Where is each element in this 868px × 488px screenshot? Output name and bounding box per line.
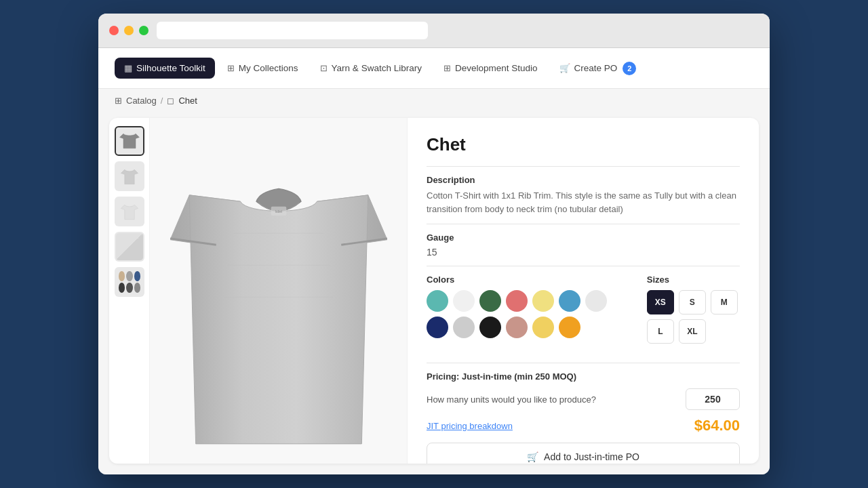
- breadcrumb-catalog[interactable]: Catalog: [126, 96, 157, 106]
- add-to-po-button[interactable]: 🛒 Add to Just-in-time PO: [427, 443, 740, 464]
- pricing-label: Pricing: Just-in-time (min 250 MOQ): [427, 371, 740, 382]
- nav-label-yarn: Yarn & Swatch Library: [332, 63, 422, 73]
- nav-item-silhouette[interactable]: ▦ Silhouette Toolkit: [115, 58, 215, 79]
- collections-icon: ⊞: [227, 63, 235, 73]
- description-text: Cotton T-Shirt with 1x1 Rib Trim. This s…: [427, 189, 740, 216]
- product-image-area: label: [150, 118, 408, 464]
- nav-label-silhouette: Silhouette Toolkit: [136, 63, 205, 73]
- browser-chrome: [98, 14, 770, 48]
- color-swatch-8[interactable]: [427, 317, 448, 338]
- jit-pricing-link[interactable]: JIT pricing breakdown: [427, 421, 513, 431]
- price-value: $64.00: [694, 417, 740, 434]
- add-to-po-label: Add to Just-in-time PO: [544, 451, 639, 462]
- breadcrumb: ⊞ Catalog / ◻ Chet: [98, 89, 770, 113]
- thumbnail-5[interactable]: [115, 267, 144, 297]
- breadcrumb-catalog-icon: ⊞: [115, 96, 122, 106]
- minimize-button[interactable]: [124, 26, 134, 35]
- divider-2: [427, 224, 740, 224]
- divider-1: [427, 166, 740, 167]
- breadcrumb-separator: /: [161, 96, 163, 106]
- traffic-lights: [109, 26, 149, 35]
- cart-btn-icon: 🛒: [527, 451, 538, 462]
- colors-grid: [427, 290, 631, 338]
- close-button[interactable]: [109, 26, 119, 35]
- color-swatch-11[interactable]: [506, 317, 528, 338]
- size-button-S[interactable]: S: [679, 290, 706, 314]
- nav-label-po: Create PO: [574, 63, 618, 73]
- dev-icon: ⊞: [443, 63, 451, 73]
- sizes-label: Sizes: [647, 274, 740, 285]
- thumbnail-3[interactable]: [115, 197, 144, 226]
- silhouette-icon: ▦: [124, 63, 132, 73]
- svg-text:label: label: [275, 210, 282, 214]
- product-title: Chet: [427, 134, 740, 155]
- product-card: label Chet Description Cotton T-Shirt wi…: [109, 118, 759, 464]
- gauge-value: 15: [427, 247, 740, 258]
- color-swatch-13[interactable]: [559, 317, 580, 338]
- nav-item-po[interactable]: 🛒 Create PO 2: [550, 56, 646, 81]
- nav-label-collections: My Collections: [239, 63, 298, 73]
- size-button-L[interactable]: L: [647, 319, 674, 344]
- color-swatch-5[interactable]: [532, 290, 554, 312]
- color-swatch-1[interactable]: [427, 290, 448, 312]
- thumbnail-4[interactable]: [115, 232, 144, 262]
- quantity-label: How many units would you like to produce…: [427, 394, 596, 405]
- thumbnail-2[interactable]: [115, 161, 144, 191]
- yarn-icon: ⊡: [320, 63, 328, 73]
- colors-sizes-row: Colors Sizes XSSMLXL: [427, 274, 740, 354]
- breadcrumb-current: Chet: [178, 96, 197, 106]
- product-details: Chet Description Cotton T-Shirt with 1x1…: [408, 118, 759, 464]
- description-label: Description: [427, 175, 740, 185]
- color-swatch-4[interactable]: [506, 290, 528, 312]
- colors-section: Colors: [427, 274, 631, 344]
- size-button-M[interactable]: M: [711, 290, 738, 314]
- pricing-section: Pricing: Just-in-time (min 250 MOQ) How …: [427, 371, 740, 464]
- color-swatch-10[interactable]: [479, 317, 501, 338]
- po-badge: 2: [623, 62, 636, 75]
- sizes-section: Sizes XSSMLXL: [647, 274, 740, 344]
- colors-label: Colors: [427, 274, 631, 285]
- color-swatch-9[interactable]: [453, 317, 475, 338]
- url-bar[interactable]: [157, 22, 428, 39]
- nav-label-dev: Development Studio: [455, 63, 538, 73]
- color-swatch-7[interactable]: [585, 290, 607, 312]
- main-content: label Chet Description Cotton T-Shirt wi…: [98, 113, 770, 474]
- nav-item-dev[interactable]: ⊞ Development Studio: [434, 58, 547, 79]
- thumbnail-rail: [109, 118, 150, 464]
- color-swatch-6[interactable]: [559, 290, 580, 312]
- color-swatch-12[interactable]: [532, 317, 554, 338]
- quantity-input[interactable]: [686, 388, 740, 410]
- quantity-row: How many units would you like to produce…: [427, 388, 740, 410]
- gauge-label: Gauge: [427, 232, 740, 243]
- color-swatch-2[interactable]: [453, 290, 475, 312]
- nav-bar: ▦ Silhouette Toolkit ⊞ My Collections ⊡ …: [98, 48, 770, 89]
- cart-nav-icon: 🛒: [559, 63, 570, 73]
- divider-3: [427, 266, 740, 266]
- breadcrumb-current-icon: ◻: [167, 96, 174, 106]
- size-button-XS[interactable]: XS: [647, 290, 674, 314]
- nav-item-yarn[interactable]: ⊡ Yarn & Swatch Library: [311, 58, 431, 79]
- product-image: label: [170, 135, 387, 447]
- price-row: JIT pricing breakdown $64.00: [427, 417, 740, 434]
- app-content: ▦ Silhouette Toolkit ⊞ My Collections ⊡ …: [98, 48, 770, 474]
- divider-4: [427, 363, 740, 363]
- thumbnail-1[interactable]: [115, 126, 144, 156]
- size-button-XL[interactable]: XL: [679, 319, 706, 344]
- maximize-button[interactable]: [139, 26, 149, 35]
- color-swatch-3[interactable]: [479, 290, 501, 312]
- sizes-grid: XSSMLXL: [647, 290, 740, 344]
- browser-window: ▦ Silhouette Toolkit ⊞ My Collections ⊡ …: [98, 14, 770, 474]
- nav-item-collections[interactable]: ⊞ My Collections: [218, 58, 308, 79]
